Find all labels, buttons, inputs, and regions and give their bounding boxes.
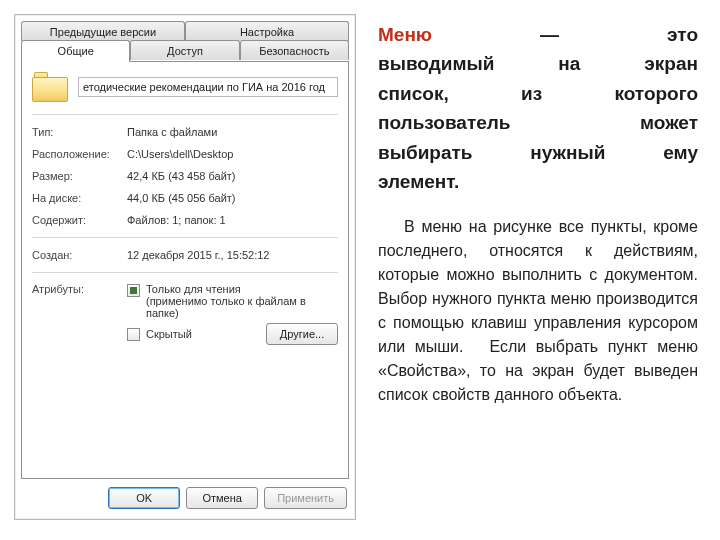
prop-label: Содержит: — [32, 214, 127, 226]
other-attributes-button[interactable]: Другие... — [266, 323, 338, 345]
tab-sharing[interactable]: Доступ — [130, 40, 239, 60]
attributes-area: Только для чтения (применимо только к фа… — [127, 283, 338, 345]
def-line-3: список, из которого — [378, 79, 698, 108]
definition-text: Меню — это выводимый на экран список, из… — [378, 20, 698, 197]
folder-name-input[interactable]: етодические рекомендации по ГИА на 2016 … — [78, 77, 338, 97]
attr-hidden-row: Скрытый Другие... — [127, 323, 338, 345]
menu-keyword: Меню — [378, 24, 432, 45]
prop-label: Создан: — [32, 249, 127, 261]
cancel-button[interactable]: Отмена — [186, 487, 258, 509]
prop-label: Размер: — [32, 170, 127, 182]
prop-type: Тип: Папка с файлами — [32, 126, 338, 138]
readonly-checkbox[interactable] — [127, 284, 140, 297]
dialog-footer: OK Отмена Применить — [15, 479, 355, 519]
tab-general[interactable]: Общие — [21, 40, 130, 62]
def-line-2: выводимый на экран — [378, 49, 698, 78]
prop-contains: Содержит: Файлов: 1; папок: 1 — [32, 214, 338, 226]
tab-row-bottom: Общие Доступ Безопасность — [21, 40, 349, 62]
tab-strip: Предыдущие версии Настройка Общие Доступ… — [15, 15, 355, 62]
readonly-text: Только для чтения (применимо только к фа… — [146, 283, 338, 319]
prop-ondisk: На диске: 44,0 КБ (45 056 байт) — [32, 192, 338, 204]
def-line-4: пользователь может — [378, 108, 698, 137]
explanation-panel: Меню — это выводимый на экран список, из… — [356, 14, 706, 526]
prop-value: 44,0 КБ (45 056 байт) — [127, 192, 338, 204]
prop-label: Атрибуты: — [32, 283, 127, 345]
def-rest-1: — это — [432, 24, 698, 45]
header-row: етодические рекомендации по ГИА на 2016 … — [32, 72, 338, 102]
body-main: В меню на рисунке все пункты, кроме посл… — [378, 218, 698, 355]
prop-location: Расположение: C:\Users\dell\Desktop — [32, 148, 338, 160]
prop-value: Папка с файлами — [127, 126, 338, 138]
properties-dialog: Предыдущие версии Настройка Общие Доступ… — [14, 14, 356, 520]
tab-customize[interactable]: Настройка — [185, 21, 349, 41]
prop-value: 42,4 КБ (43 458 байт) — [127, 170, 338, 182]
tab-page-general: етодические рекомендации по ГИА на 2016 … — [21, 61, 349, 479]
attr-readonly-row: Только для чтения (применимо только к фа… — [127, 283, 338, 319]
prop-value: Файлов: 1; папок: 1 — [127, 214, 338, 226]
readonly-label: Только для чтения — [146, 283, 241, 295]
def-line-5: выбирать нужный ему — [378, 138, 698, 167]
folder-icon — [32, 72, 68, 102]
prop-value: 12 декабря 2015 г., 15:52:12 — [127, 249, 338, 261]
prop-label: Тип: — [32, 126, 127, 138]
divider — [32, 114, 338, 115]
prop-label: Расположение: — [32, 148, 127, 160]
hidden-checkbox[interactable] — [127, 328, 140, 341]
def-line-6: элемент. — [378, 167, 698, 196]
prop-size: Размер: 42,4 КБ (43 458 байт) — [32, 170, 338, 182]
apply-button[interactable]: Применить — [264, 487, 347, 509]
tab-security[interactable]: Безопасность — [240, 40, 349, 60]
prop-value: C:\Users\dell\Desktop — [127, 148, 338, 160]
divider — [32, 237, 338, 238]
ok-button[interactable]: OK — [108, 487, 180, 509]
prop-attributes: Атрибуты: Только для чтения (применимо т… — [32, 283, 338, 345]
tab-previous-versions[interactable]: Предыдущие версии — [21, 21, 185, 41]
divider — [32, 272, 338, 273]
prop-label: На диске: — [32, 192, 127, 204]
prop-created: Создан: 12 декабря 2015 г., 15:52:12 — [32, 249, 338, 261]
tab-row-top: Предыдущие версии Настройка — [21, 21, 349, 41]
readonly-note: (применимо только к файлам в папке) — [146, 295, 306, 319]
hidden-label: Скрытый — [146, 328, 192, 340]
slide: Предыдущие версии Настройка Общие Доступ… — [0, 0, 720, 540]
body-paragraph: В меню на рисунке все пункты, кроме посл… — [378, 215, 698, 407]
